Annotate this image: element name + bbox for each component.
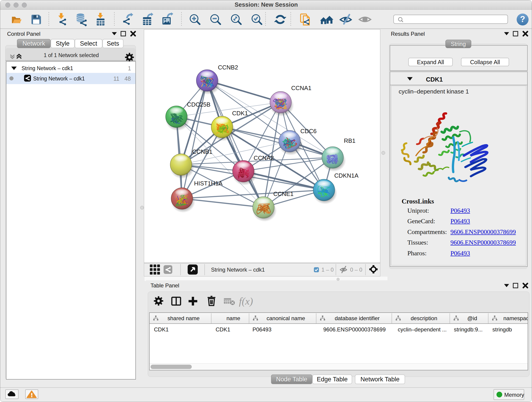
svg-text:CCNA2: CCNA2 — [254, 154, 274, 161]
svg-text:CDK1: CDK1 — [232, 110, 248, 117]
svg-text:HIST1H1A: HIST1H1A — [194, 180, 223, 187]
svg-text:CCNA1: CCNA1 — [291, 85, 311, 91]
svg-text:CCNB1: CCNB1 — [192, 148, 212, 155]
svg-text:CDC25B: CDC25B — [187, 101, 210, 108]
svg-text:CCNE1: CCNE1 — [273, 191, 293, 197]
svg-text:CDKN1A: CDKN1A — [334, 172, 359, 179]
svg-text:CDC6: CDC6 — [300, 128, 317, 134]
svg-text:CCNB2: CCNB2 — [218, 64, 238, 71]
svg-text:RB1: RB1 — [344, 137, 355, 144]
